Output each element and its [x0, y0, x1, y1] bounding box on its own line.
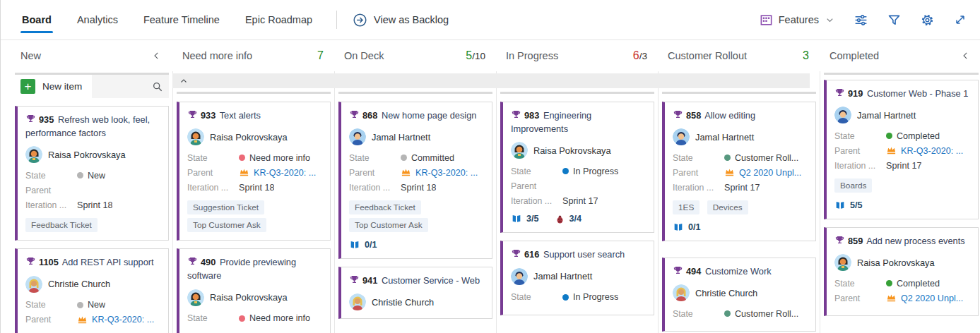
card[interactable]: 616 Support user search Jamal Hartnett S… — [500, 241, 654, 315]
card-assignee[interactable]: Raisa Pokrovskaya — [25, 146, 160, 163]
card[interactable]: 868 New home page design Jamal Hartnett … — [338, 102, 492, 259]
card-title[interactable]: 941 Customer Service - Web — [349, 274, 483, 287]
state-value[interactable]: Customer Roll... — [735, 153, 798, 163]
iteration-value[interactable]: Sprint 17 — [724, 183, 760, 193]
child-tasks-rollup[interactable]: 3/5 — [511, 213, 539, 224]
card-assignee[interactable]: Raisa Pokrovskaya — [187, 128, 321, 145]
view-options-button[interactable] — [854, 13, 868, 28]
avatar — [349, 128, 366, 145]
board-page: Board Analytics Feature Timeline Epic Ro… — [0, 0, 980, 333]
card-title[interactable]: 933 Text alerts — [187, 109, 321, 122]
state-value[interactable]: Completed — [897, 279, 940, 289]
state-value[interactable]: New — [88, 171, 105, 181]
field-label-state: State — [25, 300, 77, 310]
card[interactable]: 983 Engineering Improvements Raisa Pokro… — [500, 102, 654, 233]
card[interactable]: 941 Customer Service - Web Christie Chur… — [338, 267, 492, 319]
card-assignee[interactable]: Jamal Hartnett — [349, 128, 483, 145]
card-title[interactable]: 490 Provide previewing software — [187, 255, 321, 282]
card-title[interactable]: 858 Allow editing — [673, 109, 807, 122]
settings-button[interactable] — [920, 13, 935, 28]
card-assignee[interactable]: Christie Church — [673, 284, 807, 301]
card-assignee[interactable]: Jamal Hartnett — [834, 107, 969, 123]
tab-epic-roadmap[interactable]: Epic Roadmap — [244, 0, 314, 40]
tab-analytics[interactable]: Analytics — [76, 0, 119, 40]
field-label-state: State — [673, 309, 724, 319]
state-value[interactable]: Committed — [411, 153, 454, 163]
card-assignee[interactable]: Christie Church — [25, 276, 160, 293]
arrow-circle-right-icon — [353, 13, 367, 28]
tab-feature-timeline[interactable]: Feature Timeline — [142, 0, 221, 40]
child-bugs-rollup[interactable]: 3/4 — [555, 214, 582, 224]
card[interactable]: 859 Add new process events Raisa Pokrovs… — [824, 227, 979, 316]
state-value[interactable]: In Progress — [573, 166, 618, 176]
iteration-value[interactable]: Sprint 17 — [562, 196, 598, 206]
state-dot — [562, 294, 569, 301]
column-title: New — [20, 50, 41, 61]
card-id: 933 — [199, 110, 217, 121]
card[interactable]: 1105 Add REST API support Christie Churc… — [15, 248, 169, 333]
card-assignee[interactable]: Christie Church — [349, 293, 483, 310]
new-item-button[interactable]: + New item — [15, 75, 92, 98]
card[interactable]: 919 Customer Web - Phase 1 Jamal Hartnet… — [824, 80, 979, 219]
fullscreen-button[interactable] — [953, 13, 967, 27]
feature-trophy-icon — [834, 235, 845, 246]
crown-icon — [886, 293, 897, 303]
state-value[interactable]: Completed — [897, 131, 940, 141]
assignee-name: Christie Church — [372, 297, 434, 308]
field-label-parent: Parent — [187, 168, 239, 178]
collapse-column-button[interactable] — [961, 51, 971, 61]
card-assignee[interactable]: Raisa Pokrovskaya — [834, 254, 969, 271]
card-title[interactable]: 616 Support user search — [511, 248, 645, 261]
card-title[interactable]: 494 Customize Work — [673, 265, 807, 278]
child-tasks-rollup[interactable]: 5/5 — [834, 200, 863, 211]
state-value[interactable]: Need more info — [249, 313, 310, 323]
card-assignee[interactable]: Jamal Hartnett — [673, 128, 807, 145]
state-value[interactable]: Need more info — [249, 153, 310, 163]
parent-value[interactable]: KR-Q3-2020: ... — [886, 145, 963, 156]
state-value[interactable]: New — [88, 300, 105, 310]
parent-value[interactable]: KR-Q3-2020: ... — [401, 167, 478, 178]
card-assignee[interactable]: Raisa Pokrovskaya — [187, 289, 321, 306]
card-title[interactable]: 868 New home page design — [349, 109, 483, 122]
backlog-level-picker[interactable]: Features — [760, 13, 835, 27]
state-value[interactable]: Customer Roll... — [735, 309, 798, 319]
crown-icon — [239, 167, 249, 178]
view-as-backlog-button[interactable]: View as Backlog — [353, 13, 449, 28]
field-label-state: State — [187, 313, 239, 323]
parent-value[interactable]: KR-Q3-2020: ... — [77, 315, 154, 325]
assignee-name: Raisa Pokrovskaya — [210, 132, 288, 143]
tag: Feedback Ticket — [25, 218, 98, 232]
card[interactable]: 935 Refresh web look, feel, performance … — [15, 106, 169, 241]
iteration-value[interactable]: Sprint 18 — [401, 183, 436, 193]
iteration-value[interactable]: Sprint 18 — [239, 183, 274, 193]
card-title[interactable]: 983 Engineering Improvements — [511, 109, 645, 135]
card-title[interactable]: 859 Add new process events — [834, 234, 969, 248]
card[interactable]: 490 Provide previewing software Raisa Po… — [177, 248, 331, 333]
card[interactable]: 494 Customize Work Christie Church State… — [662, 258, 816, 332]
swimlane-collapse-bar[interactable] — [172, 73, 810, 88]
avatar — [349, 293, 366, 310]
card[interactable]: 933 Text alerts Raisa Pokrovskaya State … — [177, 102, 331, 241]
parent-value[interactable]: Q2 2020 Unpl... — [724, 167, 801, 178]
child-tasks-rollup[interactable]: 0/1 — [673, 222, 701, 233]
parent-value[interactable]: Q2 2020 Unpl... — [886, 293, 963, 303]
card-title[interactable]: 935 Refresh web look, feel, performance … — [25, 113, 160, 140]
card-assignee[interactable]: Jamal Hartnett — [511, 268, 645, 285]
card-id: 935 — [37, 114, 55, 125]
card-title[interactable]: 919 Customer Web - Phase 1 — [834, 87, 969, 100]
card-title[interactable]: 1105 Add REST API support — [25, 255, 160, 269]
search-button[interactable] — [152, 81, 163, 92]
child-tasks-rollup[interactable]: 0/1 — [349, 239, 377, 250]
parent-value[interactable]: KR-Q3-2020: ... — [239, 167, 316, 178]
state-value[interactable]: In Progress — [573, 292, 618, 302]
card[interactable]: 858 Allow editing Jamal Hartnett State C… — [662, 102, 816, 241]
board-toolbar: Board Analytics Feature Timeline Epic Ro… — [1, 0, 980, 40]
iteration-value[interactable]: Sprint 17 — [886, 161, 921, 171]
card-assignee[interactable]: Raisa Pokrovskaya — [511, 142, 645, 159]
filter-button[interactable] — [887, 13, 902, 28]
tab-board[interactable]: Board — [20, 0, 53, 40]
assignee-name: Jamal Hartnett — [857, 110, 916, 121]
collapse-column-button[interactable] — [152, 51, 162, 61]
column-count: 6 — [633, 49, 639, 62]
iteration-value[interactable]: Sprint 18 — [77, 200, 112, 210]
